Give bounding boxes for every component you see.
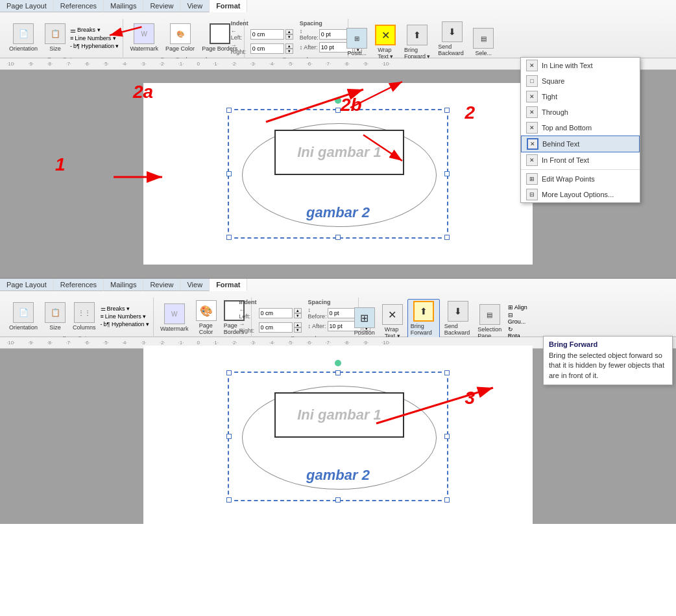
position-button2[interactable]: ⊞ Position: [352, 306, 378, 337]
menu-inline-text[interactable]: ✕ In Line with Text: [521, 58, 640, 73]
bring-forward-button[interactable]: ⬆ BringForward ▾: [401, 23, 433, 61]
columns-button2[interactable]: ⋮⋮ Columns: [70, 301, 99, 332]
square-icon: □: [526, 75, 538, 87]
indent-left-input[interactable]: [250, 29, 284, 40]
tab-review[interactable]: Review: [143, 0, 180, 12]
tab2-mailings[interactable]: Mailings: [104, 279, 143, 291]
size-icon: 📋: [45, 23, 66, 44]
inline-text-icon: ✕: [526, 60, 538, 71]
bring-forward-icon2: ⬆: [413, 301, 434, 322]
align-button[interactable]: ⊞ Align: [508, 304, 528, 311]
send-backward-button[interactable]: ⬇ SendBackward ▾: [435, 20, 469, 64]
line-numbers-row2[interactable]: ≡ Line Numbers ▾: [101, 313, 149, 320]
menu-through[interactable]: ✕ Through: [521, 104, 640, 120]
wrap-text-button2[interactable]: ✕ WrapText ▾: [380, 303, 405, 340]
indent-right-down[interactable]: ▼: [285, 49, 293, 54]
indent-group: Indent ← Left: ▲ ▼ → Right:: [231, 20, 293, 55]
tooltip-title: Bring Forward: [549, 340, 667, 348]
page-setup-buttons: 📄 Orientation 📋 Size ⚌ Breaks ▾ ≡: [6, 19, 119, 55]
breaks-row[interactable]: ⚌ Breaks ▾: [70, 27, 119, 34]
tab2-view[interactable]: View: [180, 279, 210, 291]
handle-tl-bottom[interactable]: [226, 370, 232, 375]
send-backward-icon: ⬇: [442, 21, 463, 42]
handle-mr-top[interactable]: [444, 171, 450, 176]
page-bg-buttons: W Watermark 🎨 Page Color Page Borders: [127, 19, 240, 55]
handle-br-top[interactable]: [444, 235, 450, 240]
page-color-button[interactable]: 🎨 Page Color: [163, 22, 197, 53]
tab-mailings[interactable]: Mailings: [104, 0, 143, 12]
handle-tr-top[interactable]: [444, 108, 450, 113]
breaks-row2[interactable]: ⚌ Breaks ▾: [101, 305, 149, 312]
menu-front-text[interactable]: ✕ In Front of Text: [521, 152, 640, 168]
indent-right-input2[interactable]: [259, 322, 293, 333]
position-icon2: ⊞: [354, 307, 375, 328]
selection-box-top[interactable]: Ini gambar 1 gambar 2: [228, 109, 448, 239]
wrap-text-dropdown: ✕ In Line with Text □ Square ✕ Tight ✕ T…: [520, 57, 640, 203]
tab2-format[interactable]: Format: [210, 279, 247, 291]
indent-left-up[interactable]: ▲: [285, 29, 293, 34]
size-button2[interactable]: 📋 Size: [42, 301, 68, 332]
page-color-button2[interactable]: 🎨 PageColor: [193, 299, 219, 337]
hyphenation-row2[interactable]: - b¶ Hyphenation ▾: [101, 321, 149, 327]
handle-bm-bottom[interactable]: [335, 497, 341, 503]
tab-format[interactable]: Format: [210, 0, 247, 12]
indent-left-down2[interactable]: ▼: [294, 313, 302, 318]
handle-mr-bottom[interactable]: [444, 434, 450, 439]
handle-bl-top[interactable]: [226, 235, 232, 240]
watermark-button[interactable]: W Watermark: [127, 22, 161, 53]
text-gambar2-top: gambar 2: [229, 204, 447, 221]
selection-box-bottom[interactable]: Ini gambar 1 gambar 2: [228, 372, 448, 501]
group-button[interactable]: ⊟ Grou...: [508, 312, 528, 325]
through-icon: ✕: [526, 106, 538, 118]
tab2-review[interactable]: Review: [143, 279, 180, 291]
handle-ml-top[interactable]: [226, 171, 232, 176]
menu-behind-text[interactable]: ✕ Behind Text: [521, 136, 640, 152]
selection-pane-button[interactable]: ▤ Sele...: [471, 27, 496, 58]
watermark-button2[interactable]: W Watermark: [158, 302, 191, 333]
tab-references[interactable]: References: [54, 0, 104, 12]
annotation-1: 1: [55, 154, 66, 175]
hyphenation-row[interactable]: - b¶ Hyphenation ▾: [70, 43, 119, 49]
rotate-handle-bottom[interactable]: [335, 360, 341, 366]
menu-top-bottom[interactable]: ✕ Top and Bottom: [521, 120, 640, 136]
orientation-button[interactable]: 📄 Orientation: [6, 22, 40, 53]
handle-tl-top[interactable]: [226, 108, 232, 113]
line-numbers-row[interactable]: ≡ Line Numbers ▾: [70, 35, 119, 41]
indent-left-input2[interactable]: [259, 308, 293, 318]
tab2-references[interactable]: References: [54, 279, 104, 291]
tab-view[interactable]: View: [180, 0, 210, 12]
wrap-text-button[interactable]: ✕ WrapText ▾: [372, 23, 399, 61]
indent-right-input[interactable]: [250, 43, 284, 54]
menu-tight[interactable]: ✕ Tight: [521, 89, 640, 104]
orientation-button2[interactable]: 📄 Orientation: [6, 301, 40, 332]
handle-tm-top[interactable]: [335, 108, 341, 113]
handle-ml-bottom[interactable]: [226, 434, 232, 439]
handle-br-bottom[interactable]: [444, 497, 450, 503]
tab2-page-layout[interactable]: Page Layout: [0, 279, 54, 291]
selection-pane-button2[interactable]: ▤ SelectionPane: [476, 303, 503, 340]
menu-square[interactable]: □ Square: [521, 73, 640, 89]
textbox-gambar1-bottom: Ini gambar 1: [274, 392, 404, 438]
indent-right-up[interactable]: ▲: [285, 43, 293, 49]
paragraph-fields: Indent ← Left: ▲ ▼ → Right:: [231, 19, 362, 55]
wrap-text-icon2: ✕: [382, 304, 403, 325]
size-button[interactable]: 📋 Size: [42, 22, 68, 53]
indent-left-up2[interactable]: ▲: [294, 308, 302, 313]
indent-right-down2[interactable]: ▼: [294, 327, 302, 333]
handle-tm-bottom[interactable]: [335, 370, 341, 375]
handle-bl-bottom[interactable]: [226, 497, 232, 503]
indent-right-up2[interactable]: ▲: [294, 322, 302, 327]
indent-left-down[interactable]: ▼: [285, 34, 293, 40]
selection-pane-icon: ▤: [473, 28, 494, 49]
menu-more-layout[interactable]: ⊟ More Layout Options...: [521, 187, 640, 202]
indent-right-spinner2[interactable]: ▲ ▼: [294, 322, 302, 333]
position-button[interactable]: ⊞ Positi...: [344, 27, 370, 58]
tab-page-layout[interactable]: Page Layout: [0, 0, 54, 12]
handle-bm-top[interactable]: [335, 235, 341, 240]
handle-tr-bottom[interactable]: [444, 370, 450, 375]
indent-left-spinner[interactable]: ▲ ▼: [285, 29, 293, 40]
indent-left-spinner2[interactable]: ▲ ▼: [294, 308, 302, 318]
indent-right-spinner[interactable]: ▲ ▼: [285, 43, 293, 54]
size-icon2: 📋: [45, 302, 66, 323]
menu-edit-wrap[interactable]: ⊞ Edit Wrap Points: [521, 171, 640, 187]
